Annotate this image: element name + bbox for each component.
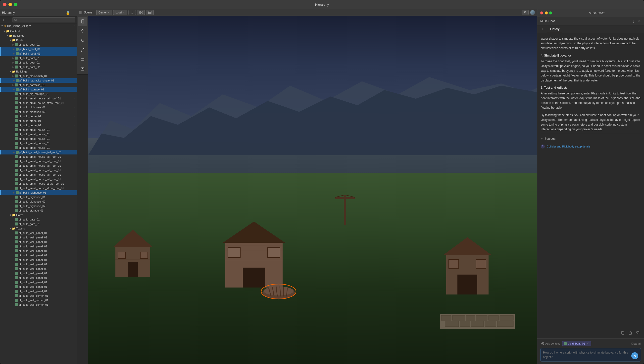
list-item[interactable]: ▶ pf_build_barracks_01 › — [0, 83, 77, 87]
scene-settings-btn[interactable]: ⚙ — [522, 10, 528, 15]
list-item[interactable]: pf_build_wall_panel_01 — [0, 289, 77, 293]
root-more[interactable]: ⋮ — [74, 25, 76, 27]
copy-btn[interactable] — [620, 330, 626, 336]
root-item[interactable]: ▼ ⊕ The_Viking_Village* ⋮ — [0, 24, 77, 28]
list-item[interactable]: pf_build_small_house_straw_roof_01 › — [0, 101, 77, 105]
list-item[interactable]: ▶ pf_build_barracks_single_01 › — [0, 78, 77, 83]
clear-all-btn[interactable]: Clear all — [631, 342, 641, 345]
list-item[interactable]: pf_build_wall_panel_01 — [0, 280, 77, 285]
layers-btn[interactable] — [146, 10, 154, 15]
list-item[interactable]: pf_build_bighouse_02 — [0, 199, 77, 204]
list-item[interactable]: ▼ 📁 Buildings — [0, 33, 77, 38]
hierarchy-back-btn[interactable]: ← — [6, 18, 11, 22]
muse-close-x-btn[interactable]: ✕ — [638, 19, 641, 24]
list-item[interactable]: pf_build_small_house_01 — [0, 136, 77, 141]
muse-add-tab-btn[interactable]: + — [539, 26, 546, 33]
thumbs-up-btn[interactable] — [628, 330, 633, 336]
list-item[interactable]: pf_build_wall_panel_01 — [0, 258, 77, 262]
list-item[interactable]: pf_build_wall_corner_01 — [0, 298, 77, 302]
list-item[interactable]: pf_build_small_house_tall_roof_01 — [0, 172, 77, 177]
add-context-btn[interactable]: Add context — [540, 341, 561, 345]
list-item[interactable]: pf_build_wall_panel_01 — [0, 262, 77, 267]
context-tag-close-btn[interactable]: ✕ — [586, 342, 590, 345]
list-item[interactable]: pf_build_crane_01 › — [0, 123, 77, 128]
avatar-btn[interactable]: U — [530, 10, 535, 15]
list-item[interactable]: pf_build_small_house_straw_roof_01 — [0, 186, 77, 190]
list-item[interactable]: pf_build_big_storage_01 › — [0, 92, 77, 96]
muse-max-btn[interactable] — [549, 12, 552, 15]
list-item[interactable]: pf_build_wall_panel_01 — [0, 271, 77, 276]
hand-tool-btn[interactable] — [78, 17, 87, 26]
muse-chat-content[interactable]: water shader to simulate the visual aspe… — [537, 33, 644, 328]
list-item[interactable]: ▶ pf_build_bighouse_01 › — [0, 190, 77, 195]
list-item[interactable]: pf_build_wall_corner_01 — [0, 302, 77, 307]
close-button[interactable] — [3, 3, 6, 6]
list-item[interactable]: pf_build_bighouse_02 — [0, 204, 77, 208]
list-item[interactable]: ▶ pf_build_small_house_tail_roof_01 › — [0, 150, 77, 154]
list-item[interactable]: pf_build_gate_01 — [0, 217, 77, 222]
thumbs-down-btn[interactable] — [635, 330, 640, 336]
rotate-tool-btn[interactable] — [78, 36, 87, 45]
message-input[interactable] — [543, 350, 629, 359]
selected-boat[interactable] — [259, 277, 298, 301]
list-item[interactable]: ▼ 📁 Boats — [0, 38, 77, 42]
list-item[interactable]: pf_build_small_house_01 — [0, 145, 77, 150]
muse-close-btn[interactable] — [540, 12, 543, 15]
list-item[interactable]: pf_build_wall_panel_01 — [0, 235, 77, 240]
hierarchy-more-btn[interactable]: ⋮ — [72, 11, 75, 15]
maximize-button[interactable] — [14, 3, 18, 6]
list-item[interactable]: pf_build_bighouse_01 — [0, 195, 77, 199]
rect-tool-btn[interactable] — [78, 55, 87, 64]
list-item[interactable]: ▶ pf_build_boat_02 › — [0, 65, 77, 69]
list-item[interactable]: pf_build_small_house_straw_roof_01 — [0, 181, 77, 186]
list-item[interactable]: pf_build_small_house_01 — [0, 141, 77, 145]
list-item[interactable]: pf_build_gate_01 — [0, 222, 77, 226]
hierarchy-search-input[interactable] — [12, 18, 75, 23]
list-item[interactable]: pf_build_wall_panel_01 — [0, 240, 77, 244]
list-item[interactable]: pf_build_wall_panel_01 — [0, 231, 77, 235]
list-item[interactable]: pf_build_small_house_tall_roof_01 — [0, 168, 77, 172]
list-item[interactable]: pf_build_small_house_tall_roof_01 — [0, 159, 77, 163]
local-btn[interactable]: Local ▼ — [113, 10, 127, 15]
hierarchy-add-btn[interactable]: + — [2, 18, 5, 22]
list-item[interactable]: pf_build_wall_panel_01 — [0, 253, 77, 258]
list-item[interactable]: ▶ pf_build_boat_01 › — [0, 51, 77, 56]
grid-btn[interactable] — [137, 10, 145, 15]
list-item[interactable]: ▼ 📁 Gates — [0, 213, 77, 217]
sources-header[interactable]: ▼ Sources — [541, 136, 640, 141]
list-item[interactable]: pf_build_small_house_tall_roof_01 — [0, 163, 77, 168]
center-btn[interactable]: Center ▼ — [96, 10, 112, 15]
list-item[interactable]: pf_build_small_house_tall_roof_01 — [0, 177, 77, 181]
list-item[interactable]: pf_build_wall_panel_02 — [0, 267, 77, 271]
muse-min-btn[interactable] — [545, 12, 548, 15]
list-item[interactable]: pf_build_bighouse_02 › — [0, 110, 77, 114]
list-item[interactable]: pf_build_wall_panel_01 — [0, 285, 77, 289]
transform-tool-btn[interactable] — [78, 64, 87, 73]
muse-more-btn[interactable]: ⋮ — [632, 19, 635, 23]
muse-history-tab[interactable]: History — [547, 26, 562, 33]
list-item[interactable]: pf_build_bighouse_01 › — [0, 105, 77, 110]
scale-tool-btn[interactable] — [78, 45, 87, 54]
list-item[interactable]: ▶ pf_build_boat_01 › — [0, 47, 77, 51]
source-item[interactable]: 1 Collider and Rigidbody setup details — [541, 143, 640, 150]
list-item[interactable]: ▶ pf_build_boat_01 › — [0, 42, 77, 47]
list-item[interactable]: pf_build_wall_corner_01 — [0, 293, 77, 298]
list-item[interactable]: pf_build_small_house_tail_roof_01 › — [0, 96, 77, 101]
hierarchy-lock-btn[interactable]: 🔒 — [66, 11, 70, 15]
list-item[interactable]: pf_build_small_house_tall_roof_01 — [0, 154, 77, 159]
minimize-button[interactable] — [8, 3, 12, 6]
send-btn[interactable] — [631, 352, 638, 359]
list-item[interactable]: pf_build_small_house_01 — [0, 128, 77, 132]
list-item[interactable]: pf_build_small_house_01 — [0, 132, 77, 136]
list-item[interactable]: pf_build_crane_01 › — [0, 114, 77, 119]
list-item[interactable]: pf_build_storage_01 — [0, 208, 77, 213]
list-item[interactable]: ▶ pf_build_boat_01 › — [0, 56, 77, 60]
snap-input[interactable] — [128, 10, 136, 15]
list-item[interactable]: ▼ 📁 Towers — [0, 226, 77, 231]
list-item[interactable]: ▼ 📁 Content — [0, 29, 77, 33]
list-item[interactable]: ▶ pf_build_boat_01 › — [0, 60, 77, 65]
list-item[interactable]: pf_build_wall_panel_01 — [0, 276, 77, 280]
list-item[interactable]: pf_build_wall_panel_01 — [0, 249, 77, 253]
move-tool-btn[interactable] — [78, 26, 87, 35]
list-item[interactable]: pf_build_wall_panel_01 — [0, 244, 77, 249]
